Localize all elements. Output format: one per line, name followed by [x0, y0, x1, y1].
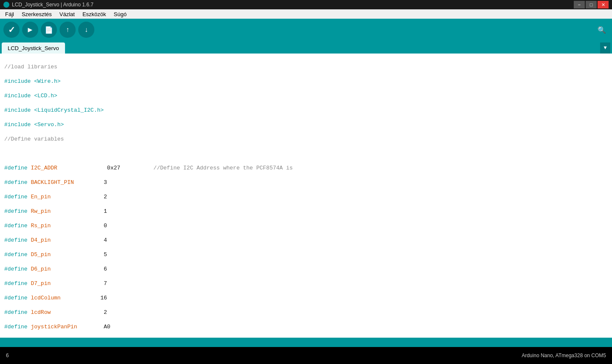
menu-vazlat[interactable]: Vázlat [56, 10, 78, 18]
code-line: #define D4_pin 4 [4, 237, 608, 244]
code-line: #define Rw_pin 1 [4, 208, 608, 215]
minimize-button[interactable]: − [574, 1, 585, 8]
code-line: //Define variables [4, 135, 608, 143]
menu-sugo[interactable]: Súgó [110, 10, 130, 18]
window-title: LCD_Joystick_Servo | Arduino 1.6.7 [12, 2, 94, 8]
title-bar-controls: − □ ✕ [574, 1, 609, 8]
maximize-button[interactable]: □ [586, 1, 597, 8]
title-bar-left: LCD_Joystick_Servo | Arduino 1.6.7 [3, 2, 94, 8]
code-line: #define D7_pin 7 [4, 280, 608, 287]
menu-szerkesztes[interactable]: Szerkesztés [18, 10, 55, 18]
status-line-number: 6 [6, 353, 9, 358]
code-line [4, 150, 608, 157]
tab-bar: LCD_Joystick_Servo ▼ [0, 41, 612, 54]
code-editor[interactable]: //load libraries #include <Wire.h> #incl… [0, 54, 612, 338]
code-line: #define Rs_pin 0 [4, 222, 608, 229]
toolbar: ✓ ► 📄 ↑ ↓ 🔍 [0, 19, 612, 41]
search-button[interactable]: 🔍 [595, 23, 609, 37]
code-line: #include <LCD.h> [4, 92, 608, 99]
tab-label: LCD_Joystick_Servo [8, 45, 59, 51]
code-line: #define D5_pin 5 [4, 251, 608, 258]
code-line: #include <LiquidCrystal_I2C.h> [4, 107, 608, 114]
menu-eszkozok[interactable]: Eszközök [79, 10, 110, 18]
code-line: #define joystickPanPin A0 [4, 323, 608, 330]
menu-fajl[interactable]: Fájl [2, 10, 17, 18]
title-bar: LCD_Joystick_Servo | Arduino 1.6.7 − □ ✕ [0, 0, 612, 9]
verify-button[interactable]: ✓ [3, 22, 20, 38]
code-line: #include <Servo.h> [4, 121, 608, 128]
new-button[interactable]: 📄 [41, 22, 57, 38]
code-line: #include <Wire.h> [4, 78, 608, 85]
upload-button[interactable]: ► [22, 22, 38, 38]
app-icon [3, 2, 9, 8]
save-button[interactable]: ↓ [78, 22, 94, 38]
code-line: #define BACKLIGHT_PIN 3 [4, 179, 608, 186]
tab-dropdown-icon: ▼ [604, 45, 606, 51]
status-board-info: Arduino Nano, ATmega328 on COM5 [521, 353, 606, 358]
status-bar: 6 Arduino Nano, ATmega328 on COM5 [0, 347, 612, 364]
open-button[interactable]: ↑ [60, 22, 76, 38]
code-line: //load libraries [4, 63, 608, 71]
menu-bar: Fájl Szerkesztés Vázlat Eszközök Súgó [0, 9, 612, 19]
code-line: #define lcdRow 2 [4, 309, 608, 316]
code-line: #define D6_pin 6 [4, 265, 608, 273]
tab-dropdown-button[interactable]: ▼ [600, 42, 610, 54]
close-button[interactable]: ✕ [598, 1, 609, 8]
code-line: #define lcdColumn 16 [4, 294, 608, 302]
code-line: #define I2C_ADDR 0x27 //Define I2C Addre… [4, 164, 608, 172]
code-line: #define En_pin 2 [4, 193, 608, 200]
editor-footer [0, 338, 612, 347]
tab-lcd-joystick-servo[interactable]: LCD_Joystick_Servo [2, 42, 65, 54]
